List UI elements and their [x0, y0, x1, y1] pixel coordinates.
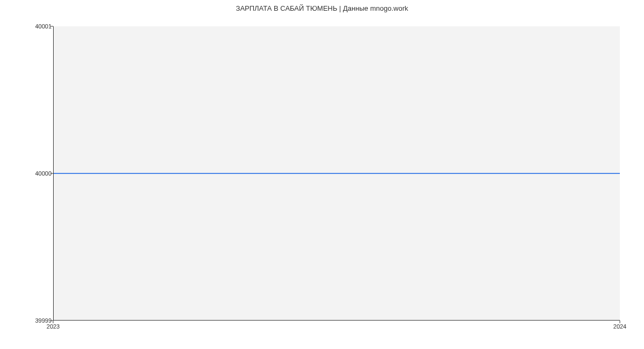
chart-title: ЗАРПЛАТА В САБАЙ ТЮМЕНЬ | Данные mnogo.w…: [0, 4, 644, 12]
x-tick-label: 2023: [47, 323, 60, 330]
chart-container: ЗАРПЛАТА В САБАЙ ТЮМЕНЬ | Данные mnogo.w…: [0, 0, 644, 349]
y-tick-label: 40001: [35, 23, 52, 30]
plot-area: [53, 26, 620, 321]
x-tick-label: 2024: [613, 323, 626, 330]
y-tick-label: 40000: [35, 170, 52, 177]
data-line: [54, 173, 620, 174]
